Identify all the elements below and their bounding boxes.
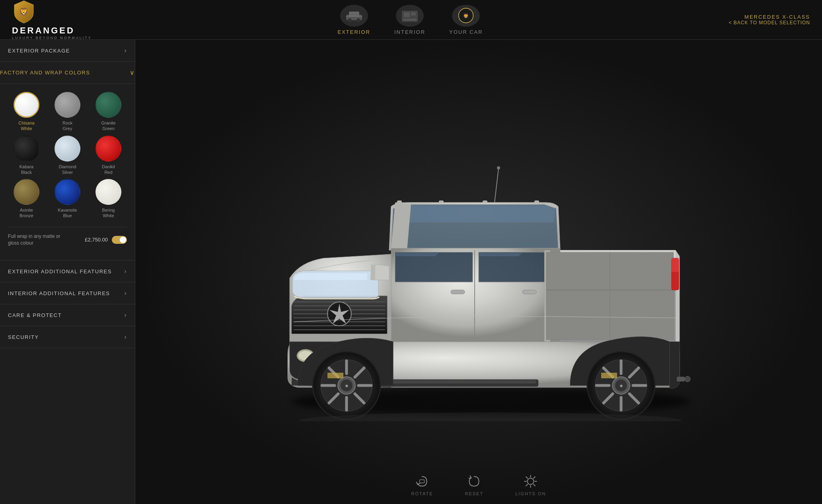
colors-section-body: ChisanaWhite RockGrey GraniteGreen (0, 92, 135, 260)
svg-rect-8 (411, 12, 416, 16)
colors-section-header[interactable]: FACTORY AND WRAP COLORS ∨ (0, 62, 135, 84)
header-right: MERCEDES X-CLASS < BACK TO MODEL SELECTI… (729, 14, 810, 25)
svg-rect-9 (403, 19, 417, 21)
security-header[interactable]: SECURITY › (0, 326, 135, 348)
lights-btn[interactable]: LIGHTS ON (515, 473, 546, 496)
color-label-granite-green: GraniteGreen (101, 120, 115, 132)
logo-sub: LUXURY BEYOND NORMALITY (12, 36, 92, 40)
color-label-kavansite-blue: KavansiteBlue (58, 207, 77, 219)
exterior-additional-header[interactable]: EXTERIOR ADDITIONAL FEATURES › (0, 261, 135, 282)
color-diamond-silver[interactable]: DiamondSilver (49, 136, 86, 175)
toggle-knob (120, 237, 126, 243)
care-protect-label: CARE & PROTECT (8, 312, 62, 318)
reset-label: RESET (465, 491, 484, 496)
wrap-price: £2,750.00 (85, 237, 108, 243)
color-label-bering-white: BeringWhite (102, 207, 115, 219)
color-swatch-axinite-bronze (14, 179, 39, 205)
color-chisana-white[interactable]: ChisanaWhite (8, 92, 45, 132)
reset-btn[interactable]: RESET (465, 473, 484, 496)
color-kavansite-blue[interactable]: KavansiteBlue (49, 179, 86, 219)
interior-additional-header[interactable]: INTERIOR ADDITIONAL FEATURES › (0, 282, 135, 304)
wrap-option-right: £2,750.00 (85, 236, 127, 244)
back-to-model-link[interactable]: < BACK TO MODEL SELECTION (729, 20, 810, 25)
color-axinite-bronze[interactable]: AxiniteBronze (8, 179, 45, 219)
car-display: DERANGED MERCEDES X CLASS (135, 40, 822, 504)
rotate-btn[interactable]: ROTATE (411, 473, 433, 496)
exterior-tab-icon (340, 5, 368, 27)
color-swatch-danikil-red (95, 136, 121, 162)
interior-tab-icon (396, 5, 424, 27)
svg-line-90 (534, 477, 536, 479)
color-label-chisana-white: ChisanaWhite (18, 120, 34, 132)
svg-point-83 (528, 478, 534, 485)
care-protect-chevron: › (124, 311, 127, 319)
sidebar: EXTERIOR PACKAGE › FACTORY AND WRAP COLO… (0, 40, 135, 504)
svg-rect-82 (420, 480, 425, 483)
car-svg: DERANGED MERCEDES X CLASS (220, 123, 737, 421)
color-swatch-diamond-silver (55, 136, 80, 162)
main-content: EXTERIOR PACKAGE › FACTORY AND WRAP COLO… (0, 40, 822, 504)
tab-exterior-label: EXTERIOR (337, 29, 370, 35)
logo-area: 🦁 DERANGED LUXURY BEYOND NORMALITY (12, 0, 92, 40)
color-bering-white[interactable]: BeringWhite (90, 179, 127, 219)
tab-interior[interactable]: INTERIOR (394, 5, 425, 35)
bottom-controls: ROTATE RESET (411, 473, 546, 496)
car-image-area: DERANGED MERCEDES X CLASS (135, 40, 822, 504)
sidebar-section-colors: FACTORY AND WRAP COLORS ∨ ChisanaWhite R… (0, 62, 135, 261)
rotate-label: ROTATE (411, 491, 433, 496)
svg-rect-46 (672, 258, 679, 272)
svg-line-47 (495, 169, 499, 202)
exterior-additional-chevron: › (124, 268, 127, 275)
color-kabara-black[interactable]: KabaraBlack (8, 136, 45, 175)
sidebar-section-exterior-package: EXTERIOR PACKAGE › (0, 40, 135, 62)
svg-rect-7 (404, 12, 410, 17)
svg-point-80 (685, 376, 690, 382)
tab-interior-label: INTERIOR (394, 29, 425, 35)
svg-rect-22 (451, 290, 465, 294)
logo-text: DERANGED (12, 25, 75, 36)
wrap-option: Full wrap in any matte or gloss colour £… (8, 227, 127, 253)
svg-point-4 (356, 18, 360, 22)
care-protect-header[interactable]: CARE & PROTECT › (0, 304, 135, 326)
svg-rect-79 (677, 377, 685, 381)
sidebar-section-security: SECURITY › (0, 326, 135, 348)
svg-point-3 (348, 18, 352, 22)
color-swatch-kavansite-blue (55, 179, 80, 205)
color-grid: ChisanaWhite RockGrey GraniteGreen (8, 92, 127, 219)
color-swatch-chisana-white (14, 92, 39, 118)
logo-icon: 🦁 (12, 0, 36, 24)
svg-line-89 (534, 484, 536, 486)
svg-text:🦁: 🦁 (463, 13, 469, 19)
color-label-axinite-bronze: AxiniteBronze (19, 207, 33, 219)
exterior-package-chevron: › (124, 47, 127, 54)
svg-text:🦁: 🦁 (19, 7, 29, 16)
svg-rect-2 (349, 12, 359, 16)
wrap-toggle[interactable] (112, 236, 127, 244)
tab-exterior[interactable]: EXTERIOR (337, 5, 370, 35)
color-label-diamond-silver: DiamondSilver (58, 164, 76, 175)
exterior-package-label: EXTERIOR PACKAGE (8, 48, 70, 54)
colors-section-label: FACTORY AND WRAP COLORS (0, 70, 90, 76)
svg-rect-23 (522, 290, 536, 294)
color-swatch-granite-green (95, 92, 121, 118)
color-rock-grey[interactable]: RockGrey (49, 92, 86, 132)
svg-line-88 (526, 477, 528, 479)
your-car-tab-icon: 🦁 (452, 5, 480, 27)
wrap-option-text: Full wrap in any matte or gloss colour (8, 233, 64, 247)
svg-text:★: ★ (619, 383, 623, 389)
color-granite-green[interactable]: GraniteGreen (90, 92, 127, 132)
colors-section-chevron: ∨ (130, 69, 135, 76)
security-label: SECURITY (8, 334, 39, 340)
color-danikil-red[interactable]: DanikilRed (90, 136, 127, 175)
interior-additional-label: INTERIOR ADDITIONAL FEATURES (8, 290, 110, 296)
nav-tabs: EXTERIOR INTERIOR 🦁 YOUR CAR (337, 5, 483, 35)
security-chevron: › (124, 333, 127, 341)
sidebar-section-exterior-additional: EXTERIOR ADDITIONAL FEATURES › (0, 261, 135, 282)
exterior-package-header[interactable]: EXTERIOR PACKAGE › (0, 40, 135, 61)
color-label-kabara-black: KabaraBlack (19, 164, 33, 175)
header: 🦁 DERANGED LUXURY BEYOND NORMALITY EXTER… (0, 0, 822, 40)
interior-additional-chevron: › (124, 290, 127, 297)
tab-your-car-label: YOUR CAR (449, 29, 483, 35)
color-label-rock-grey: RockGrey (62, 120, 72, 132)
tab-your-car[interactable]: 🦁 YOUR CAR (449, 5, 483, 35)
